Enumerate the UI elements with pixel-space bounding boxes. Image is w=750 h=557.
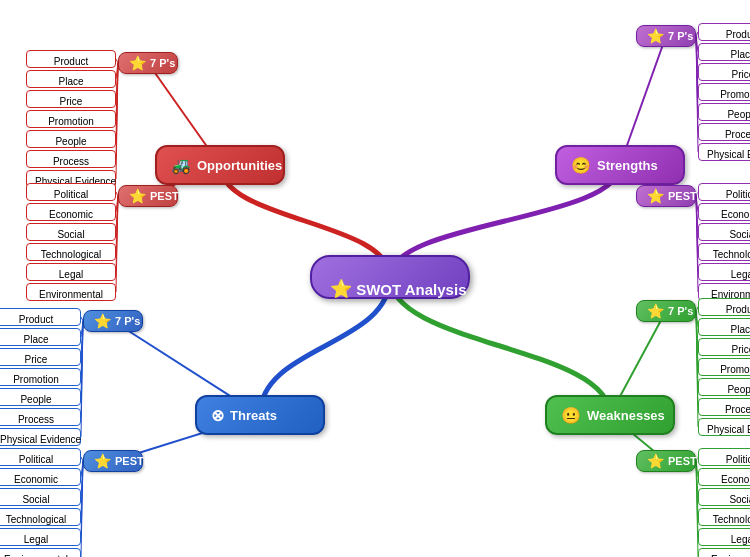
leaf-opp-7ps-2: Price	[26, 90, 116, 108]
leaf-wk-pestle-0: Political	[698, 448, 750, 466]
leaf-wk-pestle-2: Social	[698, 488, 750, 506]
leaf-wk-7ps-5: Process	[698, 398, 750, 416]
leaf-thr-7ps-3: Promotion	[0, 368, 81, 386]
leaf-thr-7ps-6: Physical Evidence	[0, 428, 81, 446]
leaf-opp-7ps-0: Product	[26, 50, 116, 68]
leaf-str-pestle-2: Social	[698, 223, 750, 241]
group-pestle-str: ⭐PESTLE	[636, 185, 696, 207]
leaf-thr-7ps-0: Product	[0, 308, 81, 326]
leaf-str-7ps-0: Product	[698, 23, 750, 41]
leaf-opp-pestle-5: Environmental	[26, 283, 116, 301]
leaf-thr-pestle-4: Legal	[0, 528, 81, 546]
leaf-thr-7ps-1: Place	[0, 328, 81, 346]
leaf-opp-pestle-3: Technological	[26, 243, 116, 261]
group-7ps-opp: ⭐7 P's	[118, 52, 178, 74]
group-7ps-str: ⭐7 P's	[636, 25, 696, 47]
leaf-str-7ps-3: Promotion	[698, 83, 750, 101]
leaf-wk-pestle-1: Economic	[698, 468, 750, 486]
leaf-thr-pestle-0: Political	[0, 448, 81, 466]
leaf-opp-7ps-3: Promotion	[26, 110, 116, 128]
leaf-str-pestle-3: Technological	[698, 243, 750, 261]
leaf-wk-pestle-5: Environmental	[698, 548, 750, 557]
leaf-opp-7ps-5: Process	[26, 150, 116, 168]
quad-thr: ⊗Threats	[195, 395, 325, 435]
mind-map: ⭐ SWOT Analysis🚜Opportunities⭐7 P'sProdu…	[0, 0, 750, 557]
group-pestle-wk: ⭐PESTLE	[636, 450, 696, 472]
leaf-opp-pestle-2: Social	[26, 223, 116, 241]
group-7ps-wk: ⭐7 P's	[636, 300, 696, 322]
leaf-thr-pestle-3: Technological	[0, 508, 81, 526]
leaf-str-pestle-1: Economic	[698, 203, 750, 221]
leaf-thr-7ps-5: Process	[0, 408, 81, 426]
leaf-wk-pestle-4: Legal	[698, 528, 750, 546]
leaf-opp-pestle-1: Economic	[26, 203, 116, 221]
leaf-opp-pestle-4: Legal	[26, 263, 116, 281]
leaf-str-7ps-4: People	[698, 103, 750, 121]
leaf-thr-pestle-5: Environmental	[0, 548, 81, 557]
leaf-wk-7ps-0: Product	[698, 298, 750, 316]
leaf-str-pestle-0: Political	[698, 183, 750, 201]
leaf-str-7ps-6: Physical Evidence	[698, 143, 750, 161]
leaf-thr-pestle-1: Economic	[0, 468, 81, 486]
leaf-wk-pestle-3: Technological	[698, 508, 750, 526]
leaf-thr-7ps-4: People	[0, 388, 81, 406]
quad-wk: 😐Weaknesses	[545, 395, 675, 435]
group-pestle-opp: ⭐PESTLE	[118, 185, 178, 207]
quad-opp: 🚜Opportunities	[155, 145, 285, 185]
leaf-opp-7ps-4: People	[26, 130, 116, 148]
center-node: ⭐ SWOT Analysis	[310, 255, 470, 299]
group-pestle-thr: ⭐PESTLE	[83, 450, 143, 472]
leaf-wk-7ps-6: Physical Evidence	[698, 418, 750, 436]
leaf-wk-7ps-3: Promotion	[698, 358, 750, 376]
leaf-str-7ps-1: Place	[698, 43, 750, 61]
leaf-opp-pestle-0: Political	[26, 183, 116, 201]
leaf-thr-7ps-2: Price	[0, 348, 81, 366]
leaf-wk-7ps-2: Price	[698, 338, 750, 356]
group-7ps-thr: ⭐7 P's	[83, 310, 143, 332]
leaf-str-pestle-4: Legal	[698, 263, 750, 281]
quad-str: 😊Strengths	[555, 145, 685, 185]
leaf-str-7ps-2: Price	[698, 63, 750, 81]
leaf-thr-pestle-2: Social	[0, 488, 81, 506]
leaf-opp-7ps-1: Place	[26, 70, 116, 88]
leaf-str-7ps-5: Process	[698, 123, 750, 141]
leaf-wk-7ps-4: People	[698, 378, 750, 396]
leaf-wk-7ps-1: Place	[698, 318, 750, 336]
